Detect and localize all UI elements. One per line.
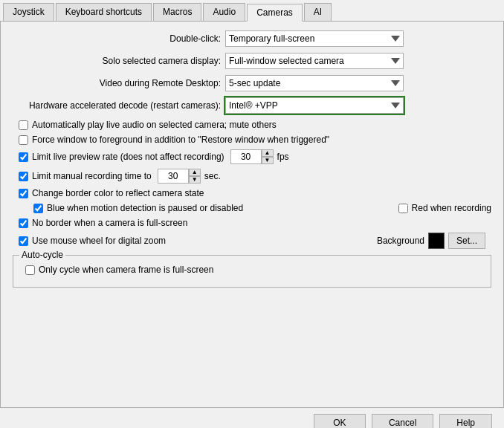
background-label: Background (377, 236, 424, 246)
tab-audio[interactable]: Audio (203, 3, 245, 21)
change-border-label: Change border color to reflect camera st… (32, 188, 204, 198)
mouse-wheel-checkbox[interactable] (19, 236, 28, 246)
fps-unit: fps (277, 152, 289, 162)
doubleclick-dropdown[interactable]: Temporary full-screen Full-screen Proper… (225, 30, 404, 47)
video-remote-dropdown[interactable]: 5-sec update Live Off (225, 75, 404, 91)
sec-spinner-buttons: ▲ ▼ (189, 169, 201, 184)
no-border-checkbox[interactable] (19, 218, 28, 228)
red-recording-label: Red when recording (412, 203, 491, 213)
tab-ai[interactable]: AI (304, 3, 332, 21)
mouse-wheel-background-row: Use mouse wheel for digital zoom Backgro… (13, 233, 491, 249)
autocycle-label: Only cycle when camera frame is full-scr… (39, 265, 213, 275)
sec-unit: sec. (204, 171, 221, 181)
doubleclick-label: Double-click: (13, 33, 221, 44)
change-border-checkbox[interactable] (19, 189, 28, 198)
sec-up-btn[interactable]: ▲ (189, 169, 201, 176)
autocycle-checkbox[interactable] (25, 265, 35, 275)
blue-motion-label: Blue when motion detection is paused or … (47, 203, 243, 213)
mouse-wheel-row: Use mouse wheel for digital zoom (13, 236, 377, 246)
no-border-label: No border when a camera is full-screen (32, 218, 187, 228)
auto-play-label: Automatically play live audio on selecte… (32, 120, 277, 130)
hardware-dropdown[interactable]: Intel® +VPP Off Auto (225, 97, 404, 114)
tab-keyboard-shortcuts[interactable]: Keyboard shortcuts (56, 3, 152, 21)
fps-spinner-buttons: ▲ ▼ (262, 149, 274, 164)
autocycle-legend: Auto-cycle (19, 250, 65, 260)
auto-play-checkbox[interactable] (19, 120, 28, 130)
blue-motion-row: Blue when motion detection is paused or … (13, 203, 387, 213)
ok-button[interactable]: OK (314, 414, 366, 428)
video-remote-label: Video during Remote Desktop: (13, 78, 221, 88)
limit-recording-label: Limit manual recording time to (32, 171, 152, 181)
help-button[interactable]: Help (439, 414, 492, 428)
red-recording-row: Red when recording (398, 203, 491, 213)
limit-preview-checkbox[interactable] (19, 152, 28, 162)
main-content: Double-click: Temporary full-screen Full… (0, 22, 504, 408)
tab-macros[interactable]: Macros (153, 3, 201, 21)
mouse-wheel-label: Use mouse wheel for digital zoom (32, 236, 166, 246)
no-border-row-container: No border when a camera is full-screen (13, 218, 491, 228)
fps-spinner-group: ▲ ▼ fps (230, 149, 289, 164)
auto-play-row: Automatically play live audio on selecte… (13, 120, 491, 130)
fps-up-btn[interactable]: ▲ (262, 149, 274, 157)
motion-recording-row: Blue when motion detection is paused or … (13, 203, 491, 213)
set-button[interactable]: Set... (448, 233, 485, 249)
video-remote-dropdown-wrapper: 5-sec update Live Off (225, 75, 404, 91)
tab-cameras[interactable]: Cameras (247, 4, 303, 22)
change-border-row: Change border color to reflect camera st… (13, 188, 491, 198)
sec-down-btn[interactable]: ▼ (189, 176, 201, 184)
hardware-row: Hardware accelerated decode (restart cam… (13, 97, 491, 114)
sec-input[interactable] (158, 169, 189, 184)
limit-recording-row: Limit manual recording time to ▲ ▼ sec. (13, 169, 491, 184)
limit-recording-checkbox[interactable] (19, 172, 28, 181)
doubleclick-row: Double-click: Temporary full-screen Full… (13, 30, 491, 47)
fps-down-btn[interactable]: ▼ (262, 157, 274, 164)
tab-joystick[interactable]: Joystick (3, 3, 54, 21)
force-window-row: Force window to foreground in addition t… (13, 134, 491, 145)
fps-input[interactable] (230, 149, 262, 164)
solo-row: Solo selected camera display: Full-windo… (13, 53, 491, 69)
blue-motion-checkbox[interactable] (33, 204, 43, 213)
tab-bar: Joystick Keyboard shortcuts Macros Audio… (0, 0, 504, 22)
force-window-label: Force window to foreground in addition t… (32, 134, 329, 145)
video-remote-row: Video during Remote Desktop: 5-sec updat… (13, 75, 491, 91)
hardware-dropdown-wrapper: Intel® +VPP Off Auto (225, 97, 404, 114)
limit-preview-row: Limit live preview rate (does not affect… (13, 149, 491, 164)
background-group: Background Set... (377, 233, 485, 249)
cancel-button[interactable]: Cancel (372, 414, 433, 428)
doubleclick-dropdown-wrapper: Temporary full-screen Full-screen Proper… (225, 30, 404, 47)
solo-dropdown[interactable]: Full-window selected camera Off On (225, 53, 404, 69)
force-window-checkbox[interactable] (19, 135, 28, 145)
autocycle-group: Auto-cycle Only cycle when camera frame … (13, 255, 491, 288)
sec-spinner-group: ▲ ▼ sec. (158, 169, 221, 184)
solo-dropdown-wrapper: Full-window selected camera Off On (225, 53, 404, 69)
footer: OK Cancel Help (0, 408, 504, 428)
autocycle-checkbox-row: Only cycle when camera frame is full-scr… (19, 265, 485, 275)
red-recording-checkbox[interactable] (398, 204, 408, 213)
no-border-row: No border when a camera is full-screen (13, 218, 491, 228)
autocycle-content: Only cycle when camera frame is full-scr… (19, 259, 485, 275)
background-color-box[interactable] (428, 233, 445, 249)
limit-preview-label: Limit live preview rate (does not affect… (32, 152, 224, 162)
solo-label: Solo selected camera display: (13, 56, 221, 66)
hardware-label: Hardware accelerated decode (restart cam… (13, 100, 221, 111)
